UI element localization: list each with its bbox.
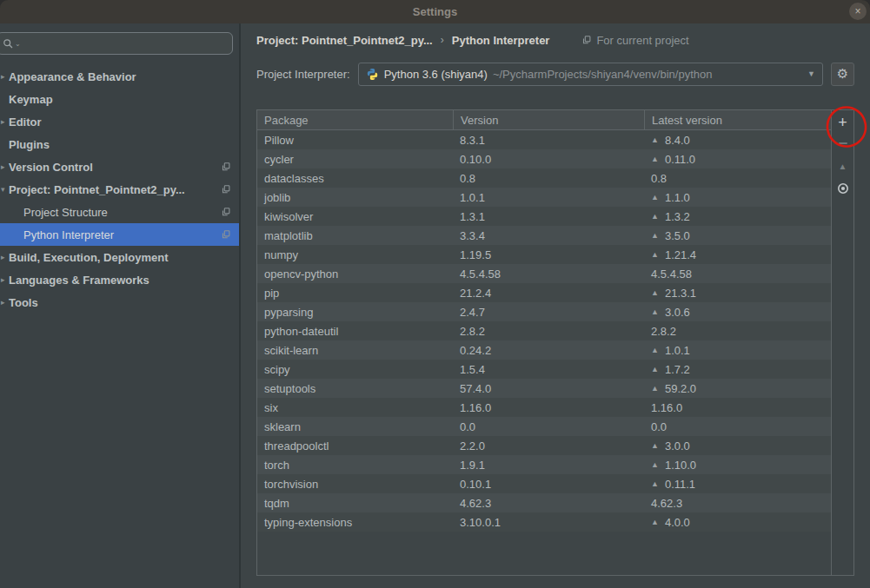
sidebar-item-tools[interactable]: ▸ Tools xyxy=(0,291,239,314)
latest-version-cell: ▲ 21.3.1 xyxy=(644,283,831,302)
shared-settings-icon xyxy=(221,229,231,240)
close-icon: × xyxy=(854,5,860,17)
settings-window: Settings × ⌄ ▸ Appearance & Behavior xyxy=(0,0,870,588)
python-icon xyxy=(366,68,379,81)
upgrade-available-icon: ▲ xyxy=(651,193,659,202)
sidebar-item-editor[interactable]: ▸ Editor xyxy=(0,110,239,133)
chevron-icon: ▸ xyxy=(1,72,8,81)
breadcrumb-project[interactable]: Project: Pointnet_Pointnet2_py... xyxy=(256,34,433,47)
upgrade-available-icon: ▲ xyxy=(651,135,659,144)
table-row-pyparsing[interactable]: pyparsing 2.4.7 ▲ 3.0.6 xyxy=(257,302,831,321)
chevron-icon: ▸ xyxy=(1,275,8,284)
table-row-tqdm[interactable]: tqdm 4.62.3 4.62.3 xyxy=(257,493,831,512)
version-cell: 57.4.0 xyxy=(453,379,644,398)
table-row-kiwisolver[interactable]: kiwisolver 1.3.1 ▲ 1.3.2 xyxy=(257,207,831,226)
sidebar-item-label: Languages & Frameworks xyxy=(9,274,149,287)
package-name-cell: kiwisolver xyxy=(257,207,453,226)
table-row-torchvision[interactable]: torchvision 0.10.1 ▲ 0.11.1 xyxy=(257,474,831,493)
search-input[interactable] xyxy=(24,37,227,50)
package-name-cell: pip xyxy=(257,283,453,302)
sidebar-item-appearance-behavior[interactable]: ▸ Appearance & Behavior xyxy=(0,65,239,88)
sidebar-item-label: Python Interpreter xyxy=(23,228,114,241)
shared-settings-icon xyxy=(581,35,592,45)
table-row-pillow[interactable]: Pillow 8.3.1 ▲ 8.4.0 xyxy=(257,130,831,149)
table-body: Pillow 8.3.1 ▲ 8.4.0 cycler 0.10.0 ▲ 0.1… xyxy=(257,130,831,575)
latest-version-cell: 0.8 xyxy=(644,168,831,188)
package-name-cell: torch xyxy=(257,455,453,474)
table-row-torch[interactable]: torch 1.9.1 ▲ 1.10.0 xyxy=(257,455,831,474)
table-row-cycler[interactable]: cycler 0.10.0 ▲ 0.11.0 xyxy=(257,149,831,168)
package-table: Package Version Latest version Pillow 8.… xyxy=(257,110,832,575)
upgrade-package-button[interactable]: ▲ xyxy=(839,162,847,172)
column-header-version: Version xyxy=(453,110,644,129)
column-header-package: Package xyxy=(257,110,453,129)
latest-version-cell: ▲ 59.2.0 xyxy=(644,379,831,398)
close-button[interactable]: × xyxy=(849,3,867,20)
sidebar-item-project-structure[interactable]: Project Structure xyxy=(0,201,239,223)
table-row-opencv-python[interactable]: opencv-python 4.5.4.58 4.5.4.58 xyxy=(257,264,831,283)
table-row-sklearn[interactable]: sklearn 0.0 0.0 xyxy=(257,417,831,436)
sidebar-item-version-control[interactable]: ▸ Version Control xyxy=(0,155,239,178)
table-row-setuptools[interactable]: setuptools 57.4.0 ▲ 59.2.0 xyxy=(257,379,831,398)
chevron-icon: ▸ xyxy=(1,253,8,261)
sidebar-item-python-interpreter[interactable]: Python Interpreter xyxy=(0,223,239,246)
chevron-icon: ▸ xyxy=(1,117,8,126)
search-icon xyxy=(3,38,14,50)
table-row-dataclasses[interactable]: dataclasses 0.8 0.8 xyxy=(257,168,831,188)
eye-icon xyxy=(836,182,850,195)
shared-settings-icon xyxy=(221,207,231,217)
interpreter-combobox[interactable]: Python 3.6 (shiyan4) ~/PycharmProjects/s… xyxy=(358,63,823,86)
package-toolbar: + ▲ xyxy=(832,110,853,575)
search-filter-caret-icon: ⌄ xyxy=(15,40,21,48)
interpreter-path: ~/PycharmProjects/shiyan4/venv/bin/pytho… xyxy=(493,68,800,81)
table-row-six[interactable]: six 1.16.0 1.16.0 xyxy=(257,398,831,417)
package-name-cell: threadpoolctl xyxy=(257,436,453,455)
titlebar: Settings × xyxy=(0,0,870,23)
package-name-cell: numpy xyxy=(257,245,453,264)
interpreter-settings-button[interactable]: ⚙ xyxy=(831,63,854,86)
version-cell: 1.3.1 xyxy=(453,207,644,226)
table-row-matplotlib[interactable]: matplotlib 3.3.4 ▲ 3.5.0 xyxy=(257,226,831,245)
latest-version-cell: 0.0 xyxy=(644,417,831,436)
shared-settings-icon xyxy=(221,162,231,172)
settings-search-box[interactable]: ⌄ xyxy=(0,32,233,55)
upgrade-available-icon: ▲ xyxy=(651,155,659,163)
package-name-cell: Pillow xyxy=(257,130,453,149)
upgrade-available-icon: ▲ xyxy=(651,460,659,469)
package-name-cell: matplotlib xyxy=(257,226,453,245)
latest-version-cell: 4.62.3 xyxy=(644,493,831,512)
uninstall-package-button[interactable] xyxy=(839,139,847,148)
table-row-typing-extensions[interactable]: typing-extensions 3.10.0.1 ▲ 4.0.0 xyxy=(257,512,831,532)
minus-icon xyxy=(839,142,847,144)
chevron-icon: ▸ xyxy=(1,162,8,171)
table-row-threadpoolctl[interactable]: threadpoolctl 2.2.0 ▲ 3.0.0 xyxy=(257,436,831,455)
show-early-releases-button[interactable] xyxy=(836,182,850,195)
version-cell: 3.3.4 xyxy=(453,226,644,245)
sidebar-item-project-pointnet-pointnet2-py[interactable]: ▾ Project: Pointnet_Pointnet2_py... xyxy=(0,178,239,201)
upgrade-available-icon: ▲ xyxy=(651,231,659,240)
sidebar-item-label: Tools xyxy=(9,296,38,309)
table-row-python-dateutil[interactable]: python-dateutil 2.8.2 2.8.2 xyxy=(257,321,831,340)
install-package-button[interactable]: + xyxy=(838,114,847,131)
version-cell: 0.24.2 xyxy=(453,340,644,360)
version-cell: 1.9.1 xyxy=(453,455,644,474)
table-row-scipy[interactable]: scipy 1.5.4 ▲ 1.7.2 xyxy=(257,360,831,379)
sidebar-item-build-execution-deployment[interactable]: ▸ Build, Execution, Deployment xyxy=(0,246,239,268)
shared-settings-icon xyxy=(221,184,231,195)
package-name-cell: typing-extensions xyxy=(257,512,453,532)
package-name-cell: sklearn xyxy=(257,417,453,436)
table-row-joblib[interactable]: joblib 1.0.1 ▲ 1.1.0 xyxy=(257,188,831,207)
package-name-cell: opencv-python xyxy=(257,264,453,283)
package-name-cell: scikit-learn xyxy=(257,340,453,360)
latest-version-cell: ▲ 3.5.0 xyxy=(644,226,831,245)
breadcrumb-separator-icon: › xyxy=(441,34,444,46)
table-row-numpy[interactable]: numpy 1.19.5 ▲ 1.21.4 xyxy=(257,245,831,264)
table-row-scikit-learn[interactable]: scikit-learn 0.24.2 ▲ 1.0.1 xyxy=(257,340,831,360)
table-row-pip[interactable]: pip 21.2.4 ▲ 21.3.1 xyxy=(257,283,831,302)
sidebar-item-plugins[interactable]: Plugins xyxy=(0,133,239,155)
sidebar-item-languages-frameworks[interactable]: ▸ Languages & Frameworks xyxy=(0,268,239,291)
sidebar-item-keymap[interactable]: Keymap xyxy=(0,88,239,110)
scope-note-label: For current project xyxy=(596,34,688,47)
latest-version-cell: ▲ 8.4.0 xyxy=(644,130,831,149)
latest-version-cell: ▲ 0.11.1 xyxy=(644,474,831,493)
